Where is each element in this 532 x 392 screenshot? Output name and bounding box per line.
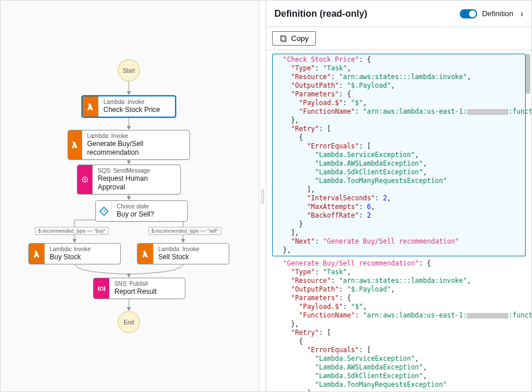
state-choice[interactable]: ? Choice state Buy or Sell? <box>95 200 188 222</box>
definition-toggle[interactable] <box>460 9 477 18</box>
start-label: Start <box>122 68 135 74</box>
state-type: Lambda: Invoke <box>103 99 160 106</box>
choice-icon: ? <box>96 201 112 221</box>
state-type: Lambda: Invoke <box>87 133 184 140</box>
code-viewer[interactable]: "Check Stock Price": { "Type": "Task", "… <box>266 50 531 391</box>
state-report-result[interactable]: SNS: Publish Report Result <box>93 278 185 299</box>
state-buy-stock[interactable]: Lambda: Invoke Buy Stock <box>28 243 121 264</box>
end-label: End <box>124 319 134 326</box>
state-check-stock-price[interactable]: Lambda: Invoke Check Stock Price <box>81 95 176 118</box>
state-request-approval[interactable]: SQS: SendMessage Request Human Approval <box>77 165 181 195</box>
state-type: Choice state <box>117 203 154 210</box>
lambda-icon <box>68 130 83 159</box>
pane-splitter[interactable] <box>259 1 266 391</box>
definition-pane: Definition (read-only) Definition › Copy… <box>266 1 531 391</box>
sns-icon <box>94 278 110 298</box>
definition-toggle-label: Definition <box>482 9 513 18</box>
definition-title: Definition (read-only) <box>274 9 367 19</box>
state-type: SNS: Publish <box>114 281 157 288</box>
edge-label-sell: $.recommended_type == "sell" <box>148 227 221 235</box>
chevron-right-icon[interactable]: › <box>518 9 523 19</box>
start-node[interactable]: Start <box>118 59 140 81</box>
state-type: Lambda: Invoke <box>158 246 199 253</box>
copy-label: Copy <box>291 34 308 43</box>
state-name: Buy or Sell? <box>117 210 154 219</box>
state-type: Lambda: Invoke <box>50 246 91 253</box>
lambda-icon <box>83 96 99 117</box>
state-name: Generate Buy/Sell recommendation <box>87 140 184 157</box>
code-state-block[interactable]: "Generate Buy/Sell recommendation": { "T… <box>272 257 526 391</box>
state-sell-stock[interactable]: Lambda: Invoke Sell Stock <box>137 243 229 264</box>
state-type: SQS: SendMessage <box>98 167 174 174</box>
svg-point-3 <box>100 287 103 290</box>
workflow-canvas[interactable]: Start Lambda: Invoke Check Stock Price L… <box>1 1 259 391</box>
state-name: Request Human Approval <box>98 174 174 192</box>
code-state-block[interactable]: "Check Stock Price": { "Type": "Task", "… <box>272 54 526 256</box>
lambda-icon <box>137 244 154 264</box>
end-node[interactable]: End <box>118 311 140 333</box>
state-generate-recommendation[interactable]: Lambda: Invoke Generate Buy/Sell recomme… <box>68 130 190 160</box>
definition-header: Definition (read-only) Definition › <box>266 1 531 27</box>
lambda-icon <box>29 244 45 264</box>
copy-button[interactable]: Copy <box>272 31 316 46</box>
svg-text:?: ? <box>102 208 105 214</box>
state-name: Buy Stock <box>50 253 91 262</box>
state-name: Check Stock Price <box>103 106 160 114</box>
copy-icon <box>280 35 288 43</box>
state-name: Report Result <box>114 288 157 296</box>
sqs-icon <box>77 165 93 194</box>
state-name: Sell Stock <box>158 253 199 262</box>
edge-label-buy: $.recommended_type == "buy" <box>35 227 109 235</box>
scrollbar-thumb[interactable] <box>526 54 530 94</box>
